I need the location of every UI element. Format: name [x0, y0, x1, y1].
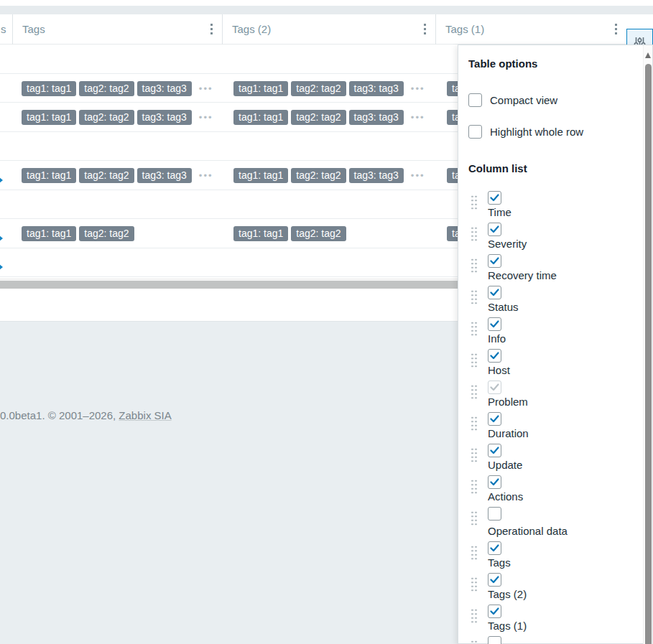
checkbox[interactable]	[468, 93, 482, 107]
tag-chip: tag3: tag3	[349, 110, 404, 125]
drag-handle-icon[interactable]	[471, 510, 478, 526]
checkbox[interactable]	[488, 636, 501, 644]
column-item-label: Time	[488, 207, 629, 218]
tags-cell: tag1: tag1tag2: tag2tag3: tag3•••	[233, 168, 425, 183]
view-option-highlight-whole-row[interactable]: Highlight whole row	[468, 125, 629, 139]
scroll-up-arrow-icon[interactable]	[645, 52, 651, 58]
table-header: s Tags Tags (2) Tags (1)	[0, 14, 653, 45]
column-list-item: Actions	[468, 475, 629, 503]
column-item-label: Tags (2)	[488, 589, 629, 600]
footer-copyright: 0.0beta1. © 2001–2026, Zabbix SIA	[0, 409, 172, 421]
checkbox[interactable]	[488, 412, 501, 426]
checkbox[interactable]	[488, 254, 501, 268]
top-strip	[0, 0, 653, 6]
checkbox[interactable]	[488, 349, 501, 363]
column-item-label: Actions	[488, 491, 629, 503]
column-menu-icon[interactable]	[615, 24, 618, 35]
panel-title: Table options	[468, 58, 629, 70]
column-header-tags1-label: Tags (1)	[445, 23, 484, 35]
tag-chip: tag1: tag1	[233, 168, 288, 183]
checkbox[interactable]	[488, 507, 501, 521]
column-menu-icon[interactable]	[424, 24, 427, 35]
tag-chip: tag2: tag2	[79, 81, 134, 96]
column-list-item: Info	[468, 317, 629, 345]
checkbox[interactable]	[488, 573, 501, 587]
tags-overflow-button[interactable]: •••	[411, 170, 425, 181]
checkbox[interactable]	[488, 444, 501, 457]
checkbox[interactable]	[488, 541, 501, 555]
column-list-item: Status	[468, 286, 629, 313]
edge-arrow-icon	[0, 235, 3, 241]
column-list-title: Column list	[468, 163, 629, 174]
drag-handle-icon[interactable]	[471, 353, 478, 368]
drag-handle-icon[interactable]	[471, 416, 478, 431]
tags-overflow-button[interactable]: •••	[199, 170, 213, 181]
drag-handle-icon[interactable]	[471, 226, 478, 241]
checkbox[interactable]	[488, 223, 501, 236]
column-item-label: Status	[488, 302, 629, 313]
panel-scrollbar-thumb[interactable]	[645, 64, 652, 644]
column-list-item: Time	[468, 191, 629, 218]
panel-scrollbar[interactable]	[643, 45, 652, 644]
tag-chip: tag3: tag3	[349, 81, 404, 96]
column-menu-icon[interactable]	[210, 24, 213, 35]
column-header-partial-label: s	[1, 23, 6, 35]
tags-cell: tag1: tag1tag2: tag2tag3: tag3•••	[22, 110, 213, 125]
tag-chip: tag2: tag2	[79, 168, 134, 183]
panel-view-options: Compact viewHighlight whole row	[468, 93, 629, 139]
checkbox[interactable]	[488, 286, 501, 299]
tags-overflow-button[interactable]: •••	[411, 83, 425, 94]
drag-handle-icon[interactable]	[471, 577, 478, 592]
tag-chip: tag1: tag1	[22, 226, 76, 241]
drag-handle-icon[interactable]	[471, 258, 478, 273]
column-list-item: Recovery time	[468, 254, 629, 281]
drag-handle-icon[interactable]	[471, 195, 478, 210]
tag-chip: tag1: tag1	[22, 81, 76, 96]
edge-arrow-icon	[0, 177, 3, 183]
tag-chip: tag2: tag2	[291, 168, 346, 183]
drag-handle-icon[interactable]	[471, 608, 478, 623]
checkbox[interactable]	[468, 125, 482, 139]
tag-chip: tag1: tag1	[22, 168, 76, 183]
column-header-tags2-label: Tags (2)	[232, 23, 271, 35]
tags-cell: tag1: tag1tag2: tag2	[233, 226, 349, 241]
drag-handle-icon[interactable]	[471, 321, 478, 336]
drag-handle-icon[interactable]	[471, 384, 478, 399]
tags-overflow-button[interactable]: •••	[199, 83, 213, 94]
tag-chip: tag3: tag3	[137, 81, 192, 96]
column-header-tags-label: Tags	[22, 23, 45, 35]
column-list-item: Severity	[468, 223, 629, 250]
column-list-item: Update	[468, 444, 629, 471]
column-list-item: Tags	[468, 541, 629, 569]
footer-zabbix-link[interactable]: Zabbix SIA	[119, 409, 171, 421]
column-item-label: Duration	[488, 428, 629, 439]
tags-cell: tag1: tag1tag2: tag2tag3: tag3•••	[233, 81, 425, 96]
column-list-item: Problem	[468, 381, 629, 408]
edge-arrow-icon	[0, 264, 3, 270]
checkbox[interactable]	[488, 317, 501, 331]
column-item-label: Tags	[488, 557, 629, 569]
column-header-partial: s	[0, 14, 13, 45]
tags-cell: tag1: tag1tag2: tag2tag3: tag3•••	[233, 110, 425, 125]
tags-overflow-button[interactable]: •••	[199, 112, 213, 123]
drag-handle-icon[interactable]	[471, 289, 478, 304]
tag-chip: tag2: tag2	[79, 110, 134, 125]
tag-chip: tag1: tag1	[233, 81, 288, 96]
tags-cell: tag1: tag1tag2: tag2tag3: tag3•••	[22, 81, 213, 96]
column-list-item: Tags (2)	[468, 573, 629, 600]
drag-handle-icon[interactable]	[471, 640, 478, 644]
column-list-item	[468, 636, 629, 644]
drag-handle-icon[interactable]	[471, 479, 478, 494]
column-item-label: Update	[488, 459, 629, 471]
tags-overflow-button[interactable]: •••	[411, 112, 425, 123]
checkbox[interactable]	[488, 475, 501, 489]
drag-handle-icon[interactable]	[471, 447, 478, 462]
drag-handle-icon[interactable]	[471, 545, 478, 560]
checkbox[interactable]	[488, 605, 501, 618]
column-list-item: Host	[468, 349, 629, 376]
tag-chip: tag1: tag1	[233, 110, 288, 125]
checkbox[interactable]	[488, 191, 501, 205]
view-option-compact-view[interactable]: Compact view	[468, 93, 629, 107]
tag-chip: tag1: tag1	[22, 110, 76, 125]
top-bar	[0, 6, 653, 14]
